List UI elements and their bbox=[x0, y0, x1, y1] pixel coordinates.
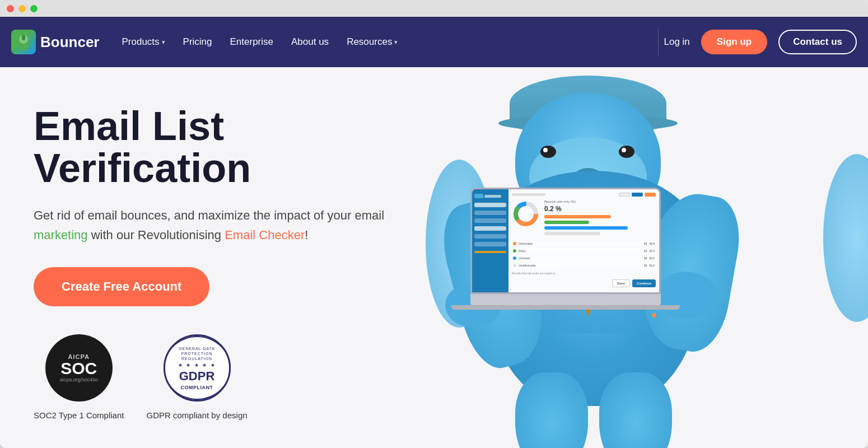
stat-bar-2 bbox=[544, 221, 589, 224]
laptop-action-3 bbox=[645, 193, 656, 197]
table-row-3: Unknown 18 18.2 bbox=[512, 255, 656, 261]
logo-icon bbox=[11, 30, 36, 54]
subtitle-end: ! bbox=[305, 228, 308, 242]
table-row-1: Deliverable 43 43.4 bbox=[512, 241, 656, 246]
row-label-1: Deliverable bbox=[519, 242, 642, 245]
aicpa-sub-label: aicpa.org/soc4so bbox=[55, 377, 102, 382]
soc-label: SOC bbox=[60, 360, 97, 377]
gdpr-sub-text: COMPLIANT bbox=[181, 385, 213, 390]
browser-window: Bouncer Products ▾ Pricing Enterprise Ab… bbox=[0, 0, 868, 448]
trust-badges: AICPA SOC aicpa.org/soc4so SOC2 Type 1 C… bbox=[34, 334, 426, 421]
hero-section: Email List Verification Get rid of email… bbox=[0, 67, 868, 448]
nav-actions: Log in Sign up Contact us bbox=[664, 30, 857, 54]
email-checker-text: Email Checker bbox=[225, 228, 305, 242]
hero-illustration: Bounce rate only (%) 0.2 % bbox=[437, 67, 868, 448]
svg-rect-2 bbox=[22, 35, 25, 40]
gorilla-hand-right bbox=[655, 272, 717, 319]
stat-bar-1 bbox=[544, 215, 611, 218]
gorilla-leg-left bbox=[515, 372, 588, 448]
logo-link[interactable]: Bouncer bbox=[11, 30, 99, 54]
gorilla-fur-right bbox=[823, 154, 868, 322]
row-dot-3 bbox=[513, 256, 516, 260]
gorilla-eye-right bbox=[619, 146, 634, 158]
hero-content: Email List Verification Get rid of email… bbox=[34, 105, 426, 422]
create-account-button[interactable]: Create Free Account bbox=[34, 267, 209, 306]
minimize-button[interactable] bbox=[18, 5, 26, 12]
nav-about[interactable]: About us bbox=[291, 36, 329, 48]
chevron-down-icon-2: ▾ bbox=[394, 39, 398, 46]
navbar: Bouncer Products ▾ Pricing Enterprise Ab… bbox=[0, 17, 868, 67]
row-dot-1 bbox=[513, 242, 516, 245]
nav-resources[interactable]: Resources ▾ bbox=[347, 36, 398, 48]
maximize-button[interactable] bbox=[30, 5, 38, 12]
sidebar-item-6 bbox=[474, 242, 506, 246]
gdpr-main-text: GDPR bbox=[179, 369, 215, 384]
stat-bar-4 bbox=[544, 232, 600, 235]
gdpr-badge: GENERAL DATAPROTECTIONREGULATION ★ ★ ★ ★… bbox=[146, 334, 247, 421]
gdpr-inner: GENERAL DATAPROTECTIONREGULATION ★ ★ ★ ★… bbox=[164, 336, 231, 400]
gdpr-arc-text: GENERAL DATAPROTECTIONREGULATION bbox=[175, 346, 218, 361]
table-row-2: Risky 22 22.2 bbox=[512, 248, 656, 254]
gdpr-stars: ★ ★ ★ ★ ★ bbox=[178, 362, 216, 368]
nav-products[interactable]: Products ▾ bbox=[122, 36, 165, 48]
laptop-actions bbox=[619, 193, 656, 197]
nav-pricing[interactable]: Pricing bbox=[183, 36, 212, 48]
chevron-down-icon: ▾ bbox=[162, 39, 165, 46]
laptop-note: Results that fall under our export is bbox=[512, 272, 656, 275]
row-label-4: Undeliverable bbox=[519, 264, 642, 267]
hero-subtitle: Get rid of email bounces, and maximize t… bbox=[34, 206, 426, 245]
laptop-action-1 bbox=[619, 193, 630, 197]
gorilla-figure: Bounce rate only (%) 0.2 % bbox=[442, 67, 868, 448]
contact-button[interactable]: Contact us bbox=[778, 30, 857, 54]
laptop-continue-button[interactable]: Continue bbox=[632, 279, 656, 287]
laptop-illustration: Bounce rate only (%) 0.2 % bbox=[470, 188, 661, 322]
nav-links: Products ▾ Pricing Enterprise About us R… bbox=[122, 36, 652, 48]
laptop-stats: Bounce rate only (%) 0.2 % bbox=[544, 200, 656, 237]
nav-enterprise[interactable]: Enterprise bbox=[230, 36, 273, 48]
laptop-chart-area: Bounce rate only (%) 0.2 % bbox=[512, 200, 656, 237]
stat-bar-3 bbox=[544, 226, 628, 230]
nav-divider bbox=[658, 28, 659, 56]
laptop-screen: Bounce rate only (%) 0.2 % bbox=[470, 188, 661, 294]
sidebar-accent bbox=[474, 251, 506, 253]
bounce-rate-label: Bounce rate only (%) bbox=[544, 200, 656, 203]
donut-chart-svg bbox=[512, 200, 540, 228]
table-row-4: Undeliverable 16 16.2 bbox=[512, 263, 656, 268]
sidebar-item-1 bbox=[474, 203, 506, 207]
page: Bouncer Products ▾ Pricing Enterprise Ab… bbox=[0, 17, 868, 448]
laptop-title-bar bbox=[512, 193, 545, 196]
sidebar-item-5 bbox=[474, 234, 506, 239]
laptop-topbar bbox=[512, 193, 656, 197]
row-label-3: Unknown bbox=[519, 256, 642, 260]
marketing-text: marketing bbox=[34, 228, 88, 242]
laptop-save-button[interactable]: Save bbox=[612, 279, 630, 287]
row-label-2: Risky bbox=[519, 249, 642, 253]
bounce-rate-value: 0.2 % bbox=[544, 205, 656, 213]
subtitle-text-1: Get rid of email bounces, and maximize t… bbox=[34, 208, 384, 222]
logo-text: Bouncer bbox=[40, 34, 99, 51]
sidebar-item-3 bbox=[474, 218, 506, 223]
gdpr-caption: GDPR compliant by design bbox=[146, 409, 247, 421]
laptop-sidebar bbox=[472, 189, 508, 292]
gorilla-leg-right bbox=[599, 372, 672, 448]
laptop-action-2 bbox=[632, 193, 643, 197]
laptop-bottom bbox=[451, 305, 680, 310]
signup-button[interactable]: Sign up bbox=[701, 30, 767, 54]
soc2-caption: SOC2 Type 1 Compliant bbox=[34, 409, 124, 421]
sidebar-item-4 bbox=[474, 226, 506, 231]
subtitle-text-2: with our Revolutionising bbox=[88, 228, 225, 242]
laptop-table: Deliverable 43 43.4 Risky 22 22.2 bbox=[512, 241, 656, 268]
gdpr-badge-icon: GENERAL DATAPROTECTIONREGULATION ★ ★ ★ ★… bbox=[164, 334, 231, 402]
row-dot-4 bbox=[513, 264, 516, 267]
row-dot-2 bbox=[513, 249, 516, 253]
laptop-base bbox=[470, 294, 661, 305]
soc2-badge-icon: AICPA SOC aicpa.org/soc4so bbox=[45, 334, 113, 402]
soc2-badge: AICPA SOC aicpa.org/soc4so SOC2 Type 1 C… bbox=[34, 334, 124, 421]
title-bar bbox=[0, 0, 868, 17]
login-button[interactable]: Log in bbox=[664, 36, 690, 48]
gorilla-eye-left bbox=[540, 146, 556, 158]
laptop-main-content: Bounce rate only (%) 0.2 % bbox=[508, 189, 659, 292]
laptop-button-area: Save Continue bbox=[512, 279, 656, 287]
hero-title: Email List Verification bbox=[34, 105, 426, 190]
close-button[interactable] bbox=[7, 5, 14, 12]
